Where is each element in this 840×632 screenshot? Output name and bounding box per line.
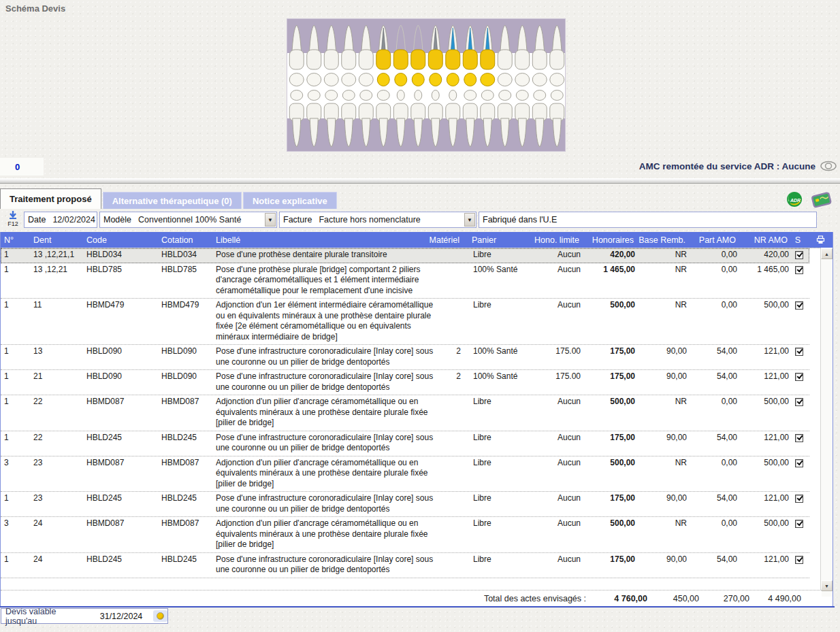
cell-n: 1 — [1, 433, 24, 454]
cell-code: HBLD245 — [86, 493, 161, 514]
table-row[interactable]: 1 23 HBLD245 HBLD245 Pose d'une infrastr… — [1, 492, 809, 517]
tab-notice-explicative[interactable]: Notice explicative — [243, 192, 337, 209]
cell-dent: 22 — [24, 433, 86, 454]
header-dent: Dent — [24, 235, 86, 245]
table-row[interactable]: 1 24 HBLD245 HBLD245 Pose d'une infrastr… — [1, 553, 809, 578]
cell-s — [789, 265, 809, 297]
tab-alternative-therapeutique[interactable]: Alternative thérapeutique (0) — [103, 192, 242, 209]
cell-dent: 13 ,12,21 — [24, 265, 86, 297]
cell-panier: Libre — [466, 397, 529, 429]
header-s: S — [788, 235, 808, 245]
row-checkbox[interactable] — [795, 266, 803, 274]
row-checkbox[interactable] — [795, 398, 803, 406]
scroll-up-button[interactable]: ▲ — [821, 248, 833, 259]
cell-nramo: 420,00 — [737, 250, 789, 261]
cell-materiel — [439, 265, 466, 297]
cell-code: HBLD034 — [86, 250, 161, 261]
cell-code: HBLD245 — [86, 554, 161, 576]
cell-code: HBLD785 — [86, 265, 161, 297]
cell-honoraires: 420,00 — [581, 250, 635, 261]
chevron-down-icon[interactable]: ▼ — [265, 213, 276, 227]
fabrique-input[interactable]: Fabriqué dans l'U.E — [479, 212, 817, 228]
table-row[interactable]: 3 24 HBMD087 HBMD087 Adjonction d'un pil… — [1, 517, 809, 553]
cell-libelle: Adjonction d'un pilier d'ancrage céramom… — [216, 518, 439, 550]
row-checkbox[interactable] — [795, 434, 803, 442]
eye-icon[interactable] — [820, 161, 837, 171]
cell-panier: Libre — [466, 250, 529, 261]
dental-chart[interactable] — [287, 18, 566, 152]
table-row[interactable]: 1 22 HBLD245 HBLD245 Pose d'une infrastr… — [1, 431, 809, 456]
table-row[interactable]: 1 13 ,12,21,1 HBLD034 HBLD034 Pose d'une… — [1, 248, 809, 263]
cell-materiel: 2 — [439, 371, 466, 393]
row-checkbox[interactable] — [795, 251, 803, 259]
vertical-scrollbar[interactable]: ▲ ▼ — [820, 248, 833, 597]
cell-cotation: HBMD087 — [161, 518, 216, 550]
cell-code: HBLD090 — [86, 371, 161, 393]
cell-materiel — [439, 554, 466, 576]
cell-n: 3 — [1, 458, 24, 490]
cell-libelle: Pose d'une infrastructure coronoradicula… — [216, 371, 439, 393]
row-checkbox[interactable] — [795, 348, 803, 356]
cell-part: 0,00 — [687, 397, 737, 429]
f12-button[interactable]: F12 — [5, 211, 21, 227]
cell-s — [789, 433, 809, 454]
cell-s — [789, 554, 809, 576]
table-row[interactable]: 3 23 HBMD087 HBMD087 Adjonction d'un pil… — [1, 456, 809, 493]
date-field[interactable]: Date 12/02/2024 — [24, 212, 97, 228]
row-checkbox[interactable] — [795, 556, 803, 564]
scroll-down-button[interactable]: ▼ — [821, 580, 833, 591]
fabrique-value: Fabriqué dans l'U.E — [479, 215, 557, 224]
page-title: Schéma Devis — [5, 3, 65, 14]
row-checkbox[interactable] — [795, 459, 803, 467]
cell-cotation: HBLD245 — [161, 433, 216, 454]
table-row[interactable]: 1 13 HBLD090 HBLD090 Pose d'une infrastr… — [1, 345, 809, 370]
cell-panier: Libre — [466, 433, 529, 454]
cell-honoraires: 500,00 — [581, 300, 635, 342]
modele-label: Modèle — [100, 215, 131, 224]
table-row[interactable]: 1 22 HBMD087 HBMD087 Adjonction d'un pil… — [1, 395, 809, 431]
adr-service-icon[interactable]: ADR — [786, 190, 803, 208]
cell-libelle: Pose d'une prothèse plurale [bridge] com… — [216, 265, 439, 297]
cell-hono-limite: 175.00 — [529, 371, 581, 393]
cell-code: HBMD479 — [86, 300, 161, 342]
cell-cotation: HBMD087 — [161, 397, 216, 429]
facture-select[interactable]: Facture Facture hors nomenclature ▼ — [279, 212, 476, 228]
tab-traitement-propose[interactable]: Traitement proposé — [0, 188, 101, 209]
table-row[interactable]: 1 21 HBLD090 HBLD090 Pose d'une infrastr… — [1, 370, 809, 395]
carte-vitale-icon[interactable] — [810, 190, 832, 209]
table-row[interactable]: 1 11 HBMD479 HBMD479 Adjonction d'un 1er… — [1, 299, 809, 345]
validity-radio-button[interactable] — [153, 610, 167, 622]
cell-materiel — [439, 493, 466, 514]
cell-s — [789, 458, 809, 490]
header-base-remb: Base Remb. — [634, 235, 685, 245]
devis-validity-box: Devis valable jusqu'au 31/12/2024 — [1, 608, 168, 624]
cell-panier: Libre — [466, 554, 529, 576]
horizontal-splitter[interactable] — [0, 178, 840, 184]
row-checkbox[interactable] — [795, 373, 803, 381]
cell-cotation: HBLD785 — [161, 265, 216, 297]
cell-cotation: HBLD245 — [161, 554, 216, 576]
chevron-down-icon[interactable]: ▼ — [464, 213, 475, 227]
devis-validity-date[interactable]: 31/12/2024 — [100, 612, 143, 621]
cell-hono-limite: Aucun — [529, 250, 581, 261]
cell-dent: 23 — [24, 493, 86, 514]
printer-icon[interactable] — [816, 235, 825, 244]
cell-libelle: Pose d'une infrastructure coronoradicula… — [216, 493, 439, 514]
form-bar: F12 Date 12/02/2024 Modèle Conventionnel… — [0, 210, 840, 229]
header-honoraires: Honoraires — [579, 235, 634, 245]
cell-cotation: HBLD245 — [161, 493, 216, 514]
header-materiel: Matériel — [428, 235, 465, 245]
table-row[interactable]: 1 13 ,12,21 HBLD785 HBLD785 Pose d'une p… — [1, 263, 809, 299]
modele-select[interactable]: Modèle Conventionnel 100% Santé ▼ — [99, 212, 277, 228]
cell-s — [789, 493, 809, 514]
cell-dent: 21 — [24, 371, 86, 393]
row-checkbox[interactable] — [795, 495, 803, 503]
row-checkbox[interactable] — [795, 520, 803, 528]
date-value[interactable]: 12/02/2024 — [52, 215, 97, 224]
dental-chart-svg[interactable] — [287, 19, 565, 151]
cell-dent: 13 ,12,21,1 — [24, 250, 86, 261]
cell-honoraires: 175,00 — [581, 346, 635, 367]
cell-panier: 100% Santé — [466, 371, 529, 393]
cell-nramo: 500,00 — [737, 300, 789, 342]
row-checkbox[interactable] — [795, 301, 803, 310]
